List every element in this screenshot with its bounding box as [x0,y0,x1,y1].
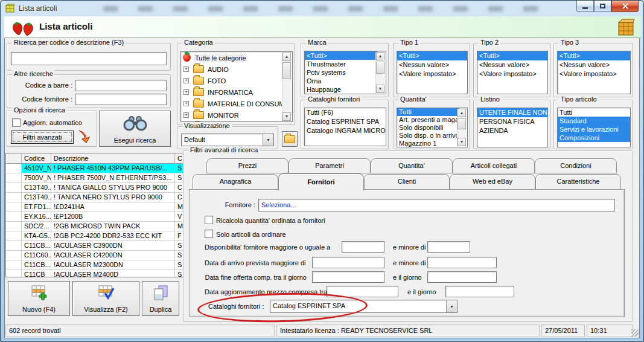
cataloghi-fornitori-combo[interactable]: Catalog ESPRINET SPA ▼ [270,300,457,313]
list-item[interactable]: <Nessun valore> [477,60,547,69]
list-item[interactable]: Orna [305,77,386,85]
row-selector[interactable] [6,183,22,193]
availability-min-input[interactable] [342,241,384,253]
scroll-up-icon[interactable]: ▲ [376,52,384,60]
new-article-button[interactable]: Nuovo (F4) [8,281,70,316]
list-item[interactable]: Art. presenti a magaz [397,116,459,124]
recalc-quantity-checkbox[interactable] [205,216,213,224]
list-item[interactable]: Servizi e lavorazioni [558,125,630,134]
list-item[interactable]: PERSONA FISICA [477,117,547,126]
tree-item-root[interactable]: Tutte le categorie [181,52,292,63]
list-item[interactable]: <Valore impostato> [477,69,547,79]
column-header-codice[interactable]: Codice [22,153,51,164]
list-item[interactable]: Pctv systems [305,68,386,77]
scrollbar-thumb[interactable] [282,62,291,79]
list-item[interactable]: Thrustmaster [305,60,386,68]
list-item[interactable]: Tutti [397,108,459,116]
chevron-down-icon[interactable]: ▼ [446,300,457,312]
list-item[interactable]: UTENTE FINALE NON RE [477,108,547,117]
row-selector[interactable] [6,164,22,173]
row-selector[interactable] [6,193,22,202]
tree-item[interactable]: +AUDIO [181,63,292,75]
table-row[interactable]: C11CB...!ACULASER C3900DNS [6,241,183,251]
scroll-down-icon[interactable]: ▼ [457,138,466,146]
expand-icon[interactable]: + [183,66,189,72]
table-row[interactable]: C13T40...! TANICA NERO STYLUS PRO 9000C [6,193,183,202]
row-selector[interactable] [6,251,22,260]
tab-parametri[interactable]: Parametri [289,158,371,173]
list-item[interactable]: Hauppauge [305,85,386,94]
row-selector[interactable] [6,222,22,231]
supplier-code-input[interactable] [75,94,167,105]
offer-end-to-input[interactable] [427,271,497,283]
tree-item[interactable]: +INFORMATICA [181,86,292,98]
row-selector[interactable] [6,202,22,212]
list-item[interactable]: Standard [558,117,630,125]
list-item[interactable]: Tutti [558,108,630,117]
quantita-scrollbar[interactable]: ▲ ▼ [457,109,467,146]
list-item[interactable]: <Tutti> [477,51,547,60]
list-item[interactable]: <Tutti> [305,51,378,60]
expand-icon[interactable]: + [183,89,189,95]
list-item[interactable]: Catalog ESPRINET SPA [305,117,386,126]
table-row[interactable]: C11CB!ACULASER M2400DS [6,270,183,277]
tab-caratteristiche[interactable]: Caratteristiche [535,174,621,190]
column-header-selector[interactable] [6,153,22,164]
expand-icon[interactable]: + [183,78,189,83]
scroll-down-icon[interactable]: ▼ [376,85,384,93]
view-article-button[interactable]: Visualizza (F2) [72,281,139,316]
list-item[interactable]: AZIENDA [477,126,547,135]
arrival-date-max-input[interactable] [427,257,497,268]
tab-quantita[interactable]: Quantita' [371,158,453,173]
visualizzazione-combo[interactable]: Default ▼ [181,134,274,146]
row-selector[interactable] [6,241,22,251]
offer-end-from-input[interactable] [312,271,384,283]
tree-item[interactable]: +MATERIALE DI CONSUMO [181,98,292,109]
expand-icon[interactable]: + [183,101,189,106]
list-item[interactable]: <Nessun valore> [558,60,630,69]
tab-clienti[interactable]: Clienti [364,174,450,190]
maximize-button[interactable] [594,1,611,12]
list-item[interactable]: Composizioni [558,134,630,142]
tree-item[interactable]: +FOTO [181,75,292,86]
table-row[interactable]: EY.K16...!£P1200BV [6,212,183,222]
arrival-date-min-input[interactable] [312,257,384,268]
row-selector[interactable] [6,270,22,277]
titlebar[interactable]: Lista articoli [1,1,643,16]
advanced-filters-button[interactable]: Filtri avanzati [11,131,74,144]
open-view-folder-button[interactable] [282,131,298,147]
list-item[interactable]: <Tutti> [397,51,467,60]
only-to-order-checkbox[interactable] [205,230,213,238]
list-item[interactable]: Tutti (F6) [305,108,386,117]
minimize-button[interactable] [576,1,594,12]
table-row[interactable]: 4510V_N! PHASER 4510N 43PPM PAR/USB/...S [6,164,183,173]
column-header-extra[interactable]: C [175,153,183,164]
chevron-down-icon[interactable]: ▼ [263,134,273,146]
list-item[interactable]: Magazzino 1 [397,140,459,147]
fornitore-input[interactable]: Seleziona... [258,199,615,211]
tab-condizioni[interactable]: Condizioni [535,158,617,173]
price-update-to-input[interactable] [445,286,514,297]
list-item[interactable]: <Tutti> [558,51,630,60]
list-item[interactable]: <Nessun valore> [397,60,467,69]
table-row[interactable]: C11C60...!ACULASER C4200DNS [6,251,183,260]
tab-web-ed-ebay[interactable]: Web ed eBay [450,174,535,190]
scroll-down-icon[interactable]: ▼ [282,112,291,121]
run-search-button[interactable]: Esegui ricerca [99,111,171,147]
table-row[interactable]: C11CB...!ACULASER M2300DNS [6,260,183,270]
scroll-up-icon[interactable]: ▲ [457,109,466,117]
row-selector[interactable] [6,212,22,222]
row-selector[interactable] [6,173,22,183]
row-selector[interactable] [6,231,22,241]
auto-update-checkbox[interactable] [12,118,21,127]
search-code-input[interactable] [11,52,167,65]
table-row[interactable]: ET.FD1...!£D241HAM [6,202,183,212]
expand-icon[interactable]: + [183,112,189,118]
scrollbar-thumb[interactable] [376,62,384,74]
list-item[interactable]: <Valore impostato> [397,69,467,79]
table-row[interactable]: 7500V_N! PHASER 7500V_N ETHERNET/PS3...S [6,173,183,183]
table-row[interactable]: SDC/2...!2GB MICROSD TWIN PACKM [6,222,183,231]
price-update-from-input[interactable] [327,286,398,297]
availability-max-input[interactable] [427,241,470,253]
categoria-scrollbar[interactable]: ▲ ▼ [282,53,292,121]
